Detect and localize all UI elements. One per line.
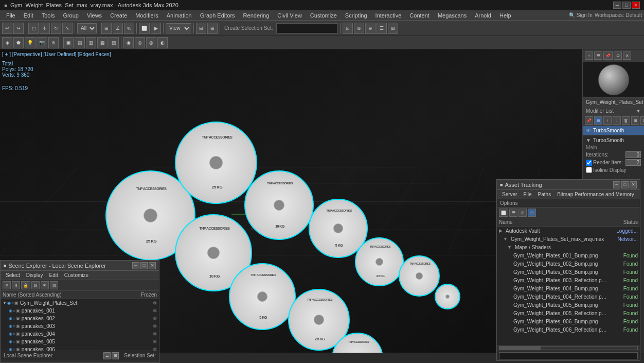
- select-filter[interactable]: All: [77, 23, 97, 33]
- render-iters-input[interactable]: [625, 159, 641, 166]
- menu-content[interactable]: Content: [405, 11, 434, 20]
- asset-row-006refl[interactable]: Gym_Weight_Plates_006_Reflection.png Fou…: [497, 325, 640, 334]
- se-menu-select[interactable]: Select: [3, 272, 23, 279]
- modifier-entry[interactable]: 👁 TurboSmooth: [583, 126, 644, 135]
- se-tb-filter-btn[interactable]: ✕: [3, 281, 11, 289]
- asset-options-label[interactable]: Options: [500, 200, 517, 206]
- asset-minimize-btn[interactable]: ─: [613, 181, 620, 188]
- se-tb-link-btn[interactable]: ⛓: [31, 281, 40, 289]
- asset-maximize-btn[interactable]: □: [621, 181, 629, 188]
- extra-btn5[interactable]: ⊠: [388, 23, 398, 34]
- se-row-006[interactable]: ◉ ○ ▣ pancakes_006 ❄: [1, 345, 159, 351]
- asset-list[interactable]: ▶ Autodesk Vault Logged... ▼ Gym_Weight_…: [497, 227, 640, 345]
- extra-btn4[interactable]: ☰: [377, 23, 387, 34]
- undo-button[interactable]: ↩: [2, 23, 12, 34]
- se-render-icon[interactable]: ○: [11, 301, 14, 305]
- asset-row-001bump[interactable]: Gym_Weight_Plates_001_Bump.png Found: [497, 251, 640, 260]
- tb-btn9[interactable]: ◐: [157, 37, 168, 48]
- se-004-vis-icon[interactable]: ◉: [9, 332, 12, 336]
- modifier-delete-btn[interactable]: 🗑: [622, 116, 630, 125]
- percent-snap-button[interactable]: %: [124, 23, 134, 34]
- se-row-004[interactable]: ◉ ○ ▣ pancakes_004 ❄: [1, 330, 159, 338]
- asset-row-003bump[interactable]: Gym_Weight_Plates_003_Bump.png Found: [497, 268, 640, 276]
- asset-menu-bitmap[interactable]: Bitmap Performance and Memory: [554, 191, 637, 198]
- menu-arnold[interactable]: Arnold: [471, 11, 495, 20]
- se-005-render-icon[interactable]: ○: [13, 339, 15, 344]
- se-menu-edit[interactable]: Edit: [46, 272, 61, 279]
- tb-btn4[interactable]: ▦: [97, 37, 108, 48]
- iterations-input[interactable]: [625, 151, 641, 158]
- asset-row-004bump[interactable]: Gym_Weight_Plates_004_Bump.png Found: [497, 284, 640, 292]
- se-003-vis-icon[interactable]: ◉: [9, 324, 12, 329]
- se-row-001[interactable]: ◉ ○ ▣ pancakes_001 ❄: [1, 307, 159, 315]
- se-005-vis-icon[interactable]: ◉: [9, 339, 12, 344]
- modifier-paste-btn[interactable]: ⊡: [640, 116, 644, 125]
- asset-menu-server[interactable]: Server: [499, 191, 520, 198]
- se-minimize-btn[interactable]: ─: [132, 262, 139, 269]
- maxfile-expand-icon[interactable]: ▼: [503, 236, 508, 241]
- se-003-render-icon[interactable]: ○: [13, 324, 15, 329]
- lights-btn[interactable]: 💡: [25, 37, 35, 48]
- menu-tools[interactable]: Tools: [38, 11, 59, 20]
- se-tb-lock-btn[interactable]: 🔒: [21, 281, 30, 289]
- modifier-move-up-btn[interactable]: ↑: [603, 116, 612, 125]
- se-menu-display[interactable]: Display: [23, 272, 46, 279]
- render-button[interactable]: ▶: [151, 23, 161, 34]
- asset-row-006bump[interactable]: Gym_Weight_Plates_006_Bump.png Found: [497, 317, 640, 325]
- se-tb-sort-btn[interactable]: ⬇: [12, 281, 20, 289]
- menu-help[interactable]: Help: [495, 11, 515, 20]
- vault-expand-icon[interactable]: ▶: [499, 228, 503, 233]
- rp-new-btn[interactable]: +: [585, 51, 593, 60]
- minimize-button[interactable]: ─: [613, 2, 621, 9]
- modifier-pin-btn[interactable]: 📌: [585, 116, 593, 125]
- se-002-vis-icon[interactable]: ◉: [9, 316, 12, 321]
- asset-row-max-file[interactable]: ▼ Gym_Weight_Plates_Set_max_vray.max Net…: [497, 235, 640, 243]
- se-001-render-icon[interactable]: ○: [13, 308, 15, 313]
- tb-btn8[interactable]: ◍: [146, 37, 156, 48]
- asset-tb-btn2[interactable]: ☰: [509, 209, 517, 217]
- menu-scripting[interactable]: Scripting: [341, 11, 371, 20]
- render-iters-checkbox[interactable]: [586, 160, 592, 166]
- asset-row-maps[interactable]: ▼ Maps / Shaders: [497, 243, 640, 251]
- se-row-005[interactable]: ◉ ○ ▣ pancakes_005 ❄: [1, 338, 159, 345]
- se-row-002[interactable]: ◉ ○ ▣ pancakes_002 ❄: [1, 315, 159, 322]
- asset-row-004refl[interactable]: Gym_Weight_Plates_004_Reflection.png Fou…: [497, 292, 640, 301]
- se-visibility-icon[interactable]: ◉: [7, 301, 11, 305]
- asset-row-005refl[interactable]: Gym_Weight_Plates_005_Reflection.png Fou…: [497, 309, 640, 317]
- asset-row-005bump[interactable]: Gym_Weight_Plates_005_Bump.png Found: [497, 301, 640, 309]
- tb-btn3[interactable]: ▥: [86, 37, 96, 48]
- extra-btn1[interactable]: ⊡: [343, 23, 353, 34]
- menu-customize[interactable]: Customize: [306, 11, 341, 20]
- selection-set-input[interactable]: [276, 23, 338, 33]
- maximize-button[interactable]: □: [622, 2, 631, 9]
- menu-group[interactable]: Group: [59, 11, 83, 20]
- tb-btn7[interactable]: ◎: [135, 37, 145, 48]
- modifier-visibility-eye[interactable]: 👁: [586, 128, 591, 133]
- shapes-btn[interactable]: ⬟: [13, 37, 24, 48]
- asset-row-vault[interactable]: ▶ Autodesk Vault Logged...: [497, 227, 640, 235]
- asset-tb-btn1[interactable]: ⬜: [499, 209, 508, 217]
- redo-button[interactable]: ↪: [13, 23, 24, 34]
- se-tb-other-btn[interactable]: ⊡: [50, 281, 58, 289]
- se-002-render-icon[interactable]: ○: [13, 316, 15, 321]
- menu-animation[interactable]: Animation: [163, 11, 196, 20]
- angle-snap-button[interactable]: ∠: [113, 23, 123, 34]
- asset-close-btn[interactable]: ✕: [630, 181, 637, 188]
- se-row-003[interactable]: ◉ ○ ▣ pancakes_003 ❄: [1, 322, 159, 330]
- tb-btn5[interactable]: ▧: [109, 37, 119, 48]
- se-tb-eye-btn[interactable]: 👁: [41, 281, 49, 289]
- asset-menu-file[interactable]: File: [520, 191, 534, 198]
- menu-rendering[interactable]: Rendering: [239, 11, 274, 20]
- ts-expand-icon[interactable]: ▼: [586, 137, 591, 143]
- menu-views[interactable]: Views: [83, 11, 106, 20]
- se-menu-customize[interactable]: Customize: [61, 272, 92, 279]
- material-editor-button[interactable]: ⬜: [139, 23, 150, 34]
- rp-pin-btn[interactable]: 📌: [603, 51, 613, 60]
- asset-row-003refl[interactable]: Gym_Weight_Plates_003_Reflection.png Fou…: [497, 276, 640, 284]
- scale-button[interactable]: ⤡: [62, 23, 73, 34]
- view-select[interactable]: View: [166, 23, 191, 33]
- modifier-move-down-btn[interactable]: ↓: [613, 116, 621, 125]
- se-close-btn[interactable]: ✕: [149, 262, 156, 269]
- helpers-btn[interactable]: ⊕: [48, 37, 59, 48]
- isoline-checkbox[interactable]: [586, 167, 592, 173]
